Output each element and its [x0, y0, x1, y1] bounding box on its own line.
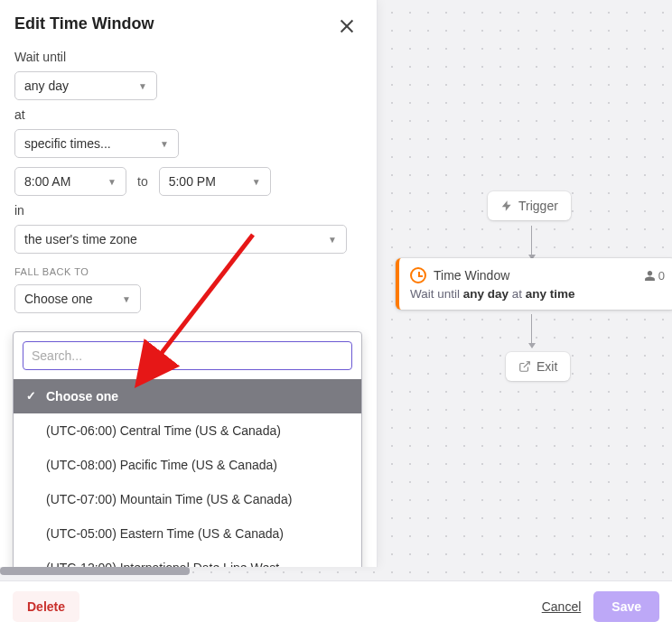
day-select[interactable]: any day ▼ [14, 71, 157, 100]
trigger-label: Trigger [518, 199, 558, 213]
exit-node[interactable]: Exit [506, 352, 570, 381]
delete-button[interactable]: Delete [13, 591, 79, 622]
time-window-card[interactable]: Time Window 0 Wait until any day at any … [396, 258, 672, 310]
chevron-down-icon: ▼ [138, 81, 147, 91]
close-icon [337, 16, 357, 36]
chevron-down-icon: ▼ [328, 235, 337, 245]
chevron-down-icon: ▼ [160, 139, 169, 149]
timezone-select[interactable]: the user's time zone ▼ [14, 225, 347, 254]
dropdown-option[interactable]: (UTC-05:00) Eastern Time (US & Canada) [14, 516, 361, 551]
panel-title: Edit Time Window [14, 14, 362, 33]
card-subtitle: Wait until any day at any time [410, 287, 665, 301]
start-time-select[interactable]: 8:00 AM ▼ [14, 167, 126, 196]
chevron-down-icon: ▼ [107, 177, 117, 187]
chevron-down-icon: ▼ [122, 294, 131, 304]
fallback-select[interactable]: Choose one ▼ [14, 284, 141, 313]
clock-icon [410, 267, 426, 283]
svg-line-0 [524, 362, 529, 367]
close-button[interactable] [337, 16, 357, 36]
dropdown-option[interactable]: (UTC-07:00) Mountain Time (US & Canada) [14, 482, 361, 516]
cancel-button[interactable]: Cancel [542, 599, 582, 614]
dropdown-list: Choose one(UTC-06:00) Central Time (US &… [14, 379, 361, 567]
person-icon [644, 270, 656, 282]
footer: Delete Cancel Save [0, 580, 672, 631]
chevron-down-icon: ▼ [252, 177, 261, 187]
fallback-dropdown: Choose one(UTC-06:00) Central Time (US &… [13, 331, 362, 567]
wait-until-label: Wait until [14, 50, 362, 64]
in-label: in [14, 203, 362, 218]
horizontal-scrollbar[interactable] [0, 567, 190, 575]
time-mode-select[interactable]: specific times... ▼ [14, 129, 179, 158]
bolt-icon [500, 200, 513, 212]
external-link-icon [518, 360, 531, 373]
dropdown-option[interactable]: (UTC-12:00) International Date Line West [14, 551, 361, 567]
edit-panel: Edit Time Window Wait until any day ▼ at… [0, 0, 378, 567]
save-button[interactable]: Save [593, 591, 659, 622]
end-time-select[interactable]: 5:00 PM ▼ [159, 167, 271, 196]
dropdown-search-input[interactable] [23, 341, 352, 370]
dropdown-option[interactable]: Choose one [14, 379, 361, 413]
card-title: Time Window [434, 268, 509, 283]
dropdown-option[interactable]: (UTC-06:00) Central Time (US & Canada) [14, 413, 361, 448]
trigger-node[interactable]: Trigger [488, 191, 571, 220]
at-label: at [14, 107, 362, 122]
fallback-label: FALL BACK TO [14, 266, 362, 277]
to-label: to [137, 174, 148, 189]
dropdown-option[interactable]: (UTC-08:00) Pacific Time (US & Canada) [14, 448, 361, 482]
exit-label: Exit [537, 359, 557, 374]
user-count: 0 [644, 269, 665, 283]
